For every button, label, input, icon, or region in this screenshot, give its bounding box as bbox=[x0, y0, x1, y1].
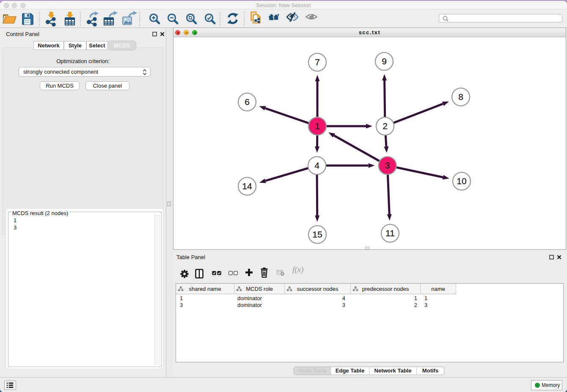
svg-text:3: 3 bbox=[385, 160, 390, 170]
svg-text:f(x): f(x) bbox=[292, 265, 303, 274]
svg-text:15: 15 bbox=[312, 229, 322, 239]
svg-text:14: 14 bbox=[242, 181, 252, 191]
svg-text:10: 10 bbox=[457, 176, 466, 186]
svg-text:6: 6 bbox=[245, 97, 250, 107]
svg-text:9: 9 bbox=[382, 56, 387, 66]
svg-text:11: 11 bbox=[385, 228, 395, 238]
svg-text:7: 7 bbox=[315, 57, 320, 67]
svg-text:4: 4 bbox=[314, 160, 319, 170]
svg-text:1: 1 bbox=[315, 121, 320, 131]
svg-text:2: 2 bbox=[383, 121, 388, 131]
svg-text:8: 8 bbox=[458, 92, 463, 102]
